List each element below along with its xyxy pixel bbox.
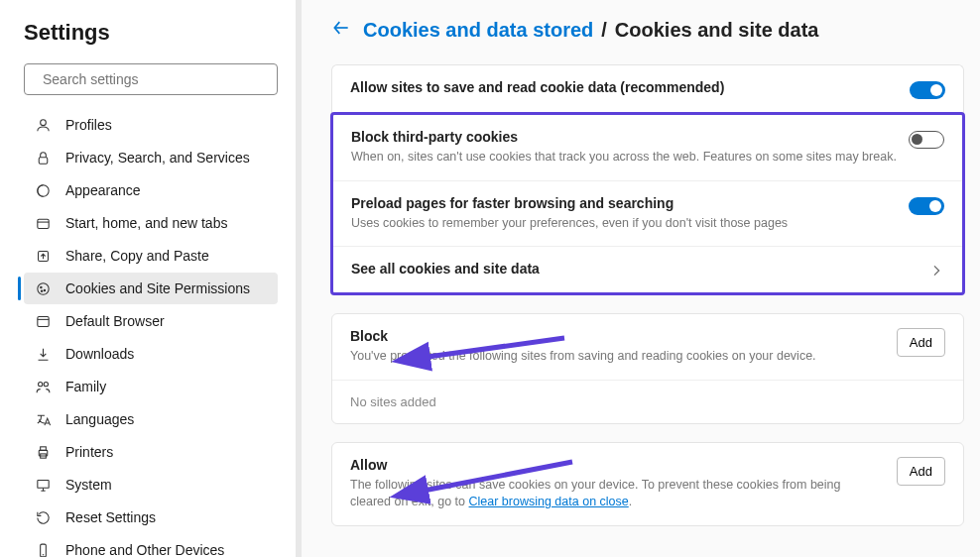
block-third-party-title: Block third-party cookies: [351, 129, 897, 145]
sidebar-item-label: Start, home, and new tabs: [65, 215, 227, 231]
breadcrumb-current: Cookies and site data: [615, 19, 819, 42]
allow-sub-suffix: .: [629, 495, 632, 508]
breadcrumb-parent[interactable]: Cookies and data stored: [363, 19, 593, 42]
svg-point-9: [40, 286, 41, 287]
sidebar-item-label: Languages: [65, 411, 134, 427]
allow-add-button[interactable]: Add: [897, 457, 945, 486]
allow-cookies-row: Allow sites to save and read cookie data…: [332, 65, 963, 113]
svg-point-10: [44, 289, 45, 290]
preload-sub: Uses cookies to remember your preference…: [351, 215, 897, 233]
browser-icon: [34, 312, 52, 330]
sidebar-nav: ProfilesPrivacy, Search, and ServicesApp…: [24, 109, 278, 557]
sidebar-item-phone[interactable]: Phone and Other Devices: [24, 534, 278, 557]
block-empty-state: No sites added: [332, 381, 963, 423]
back-button[interactable]: [331, 18, 351, 43]
cookie-icon: [34, 279, 52, 297]
sidebar-item-label: Family: [65, 379, 106, 394]
profile-icon: [34, 116, 52, 134]
sidebar-item-label: Reset Settings: [65, 509, 156, 525]
svg-point-11: [41, 289, 42, 290]
sidebar-item-cookie[interactable]: Cookies and Site Permissions: [24, 273, 278, 304]
search-input[interactable]: [43, 71, 267, 87]
search-settings-field[interactable]: [24, 63, 278, 95]
share-icon: [34, 247, 52, 265]
sidebar-item-home[interactable]: Start, home, and new tabs: [24, 207, 278, 239]
sidebar-item-system[interactable]: System: [24, 469, 278, 501]
sidebar-item-label: Printers: [65, 444, 113, 460]
sidebar-item-printer[interactable]: Printers: [24, 436, 278, 468]
allow-section-header: Allow The following sites can save cooki…: [332, 443, 963, 525]
lock-icon: [34, 149, 52, 167]
sidebar-item-label: Phone and Other Devices: [65, 542, 224, 557]
block-add-button[interactable]: Add: [897, 328, 945, 357]
appearance-icon: [34, 181, 52, 199]
svg-point-8: [37, 282, 48, 293]
svg-rect-17: [40, 446, 46, 450]
allow-section-sub: The following sites can save cookies on …: [350, 477, 885, 511]
block-section-header: Block You've prevented the following sit…: [332, 314, 963, 381]
chevron-right-icon: [928, 263, 944, 278]
sidebar-item-browser[interactable]: Default Browser: [24, 305, 278, 337]
settings-title: Settings: [24, 20, 278, 46]
svg-point-15: [44, 382, 48, 386]
phone-icon: [34, 541, 52, 557]
sidebar-item-lang[interactable]: Languages: [24, 403, 278, 435]
breadcrumb-separator: /: [601, 19, 607, 42]
svg-rect-19: [37, 480, 48, 488]
breadcrumb: Cookies and data stored / Cookies and si…: [331, 18, 964, 43]
sidebar-item-label: Share, Copy and Paste: [65, 248, 209, 264]
preload-toggle[interactable]: [909, 197, 944, 215]
svg-point-2: [40, 119, 46, 125]
printer-icon: [34, 443, 52, 461]
sidebar-item-label: Privacy, Search, and Services: [65, 150, 250, 166]
block-section-card: Block You've prevented the following sit…: [331, 313, 964, 424]
sidebar-item-label: Downloads: [65, 346, 134, 362]
sidebar-item-label: Default Browser: [65, 313, 165, 329]
block-third-party-row: Block third-party cookies When on, sites…: [333, 115, 962, 181]
allow-section-title: Allow: [350, 457, 885, 473]
sidebar-item-label: Cookies and Site Permissions: [65, 280, 250, 296]
allow-cookies-toggle[interactable]: [910, 81, 945, 99]
preload-title: Preload pages for faster browsing and se…: [351, 195, 897, 211]
sidebar-item-profile[interactable]: Profiles: [24, 109, 278, 141]
settings-sidebar: Settings ProfilesPrivacy, Search, and Se…: [0, 0, 302, 557]
sidebar-item-lock[interactable]: Privacy, Search, and Services: [24, 142, 278, 173]
svg-rect-5: [37, 219, 48, 228]
sidebar-item-appearance[interactable]: Appearance: [24, 174, 278, 206]
lang-icon: [34, 410, 52, 428]
highlighted-settings-group: Block third-party cookies When on, sites…: [330, 112, 965, 295]
sidebar-item-download[interactable]: Downloads: [24, 338, 278, 370]
sidebar-item-label: Appearance: [65, 182, 141, 198]
main-content: Cookies and data stored / Cookies and si…: [302, 0, 980, 557]
svg-point-14: [38, 382, 42, 386]
family-icon: [34, 378, 52, 395]
system-icon: [34, 476, 52, 494]
sidebar-item-label: Profiles: [65, 117, 112, 133]
preload-row: Preload pages for faster browsing and se…: [333, 181, 962, 248]
sidebar-item-label: System: [65, 477, 112, 493]
block-third-party-toggle[interactable]: [909, 131, 944, 149]
allow-section-card: Allow The following sites can save cooki…: [331, 442, 964, 526]
see-all-cookies-row[interactable]: See all cookies and site data: [333, 247, 962, 292]
download-icon: [34, 345, 52, 363]
svg-rect-3: [39, 157, 48, 163]
home-icon: [34, 214, 52, 232]
block-third-party-sub: When on, sites can't use cookies that tr…: [351, 149, 897, 167]
sidebar-item-family[interactable]: Family: [24, 371, 278, 402]
sidebar-item-reset[interactable]: Reset Settings: [24, 501, 278, 533]
see-all-cookies-title: See all cookies and site data: [351, 261, 917, 277]
svg-rect-12: [37, 316, 48, 326]
allow-cookies-title: Allow sites to save and read cookie data…: [350, 79, 898, 95]
block-section-sub: You've prevented the following sites fro…: [350, 348, 885, 366]
sidebar-item-share[interactable]: Share, Copy and Paste: [24, 240, 278, 272]
reset-icon: [34, 508, 52, 526]
cookies-settings-card: Allow sites to save and read cookie data…: [331, 64, 964, 113]
block-section-title: Block: [350, 328, 885, 344]
clear-browsing-data-link[interactable]: Clear browsing data on close: [469, 495, 629, 508]
